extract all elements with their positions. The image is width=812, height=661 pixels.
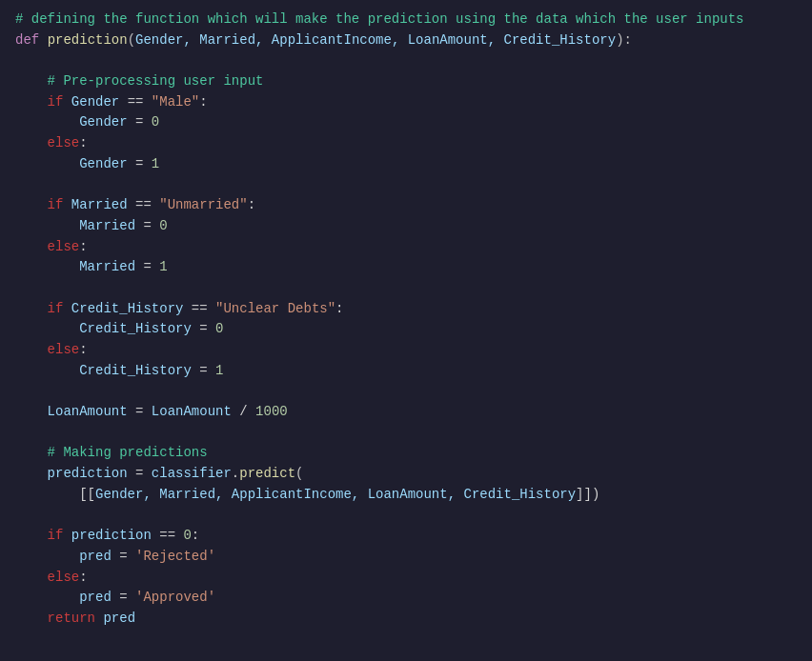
- code-token: else: [48, 340, 80, 361]
- code-token: =: [135, 216, 159, 237]
- code-token: [15, 299, 48, 320]
- code-token: return: [48, 609, 95, 630]
- code-token: 1000: [255, 402, 288, 423]
- code-token: =: [128, 154, 152, 175]
- code-token: prediction: [48, 30, 128, 51]
- code-block: # defining the function which will make …: [15, 10, 797, 630]
- code-token: [95, 609, 103, 630]
- code-token: [15, 92, 48, 113]
- code-line: else:: [15, 568, 797, 589]
- code-line: Gender = 0: [15, 112, 797, 133]
- code-token: Gender, Married, ApplicantIncome, LoanAm…: [95, 485, 576, 506]
- code-token: [15, 402, 48, 423]
- code-line: LoanAmount = LoanAmount / 1000: [15, 402, 797, 423]
- code-line: Married = 0: [15, 216, 797, 237]
- code-token: "Unclear Debts": [215, 299, 335, 320]
- code-line: def prediction(Gender, Married, Applican…: [15, 30, 797, 51]
- code-token: [15, 568, 48, 589]
- code-token: Gender: [79, 154, 127, 175]
- code-token: pred: [79, 588, 112, 609]
- code-token: def: [15, 30, 39, 51]
- code-token: [15, 526, 48, 547]
- code-token: # defining the function which will make …: [15, 10, 744, 30]
- code-token: [15, 340, 48, 361]
- code-token: 0: [183, 526, 191, 547]
- code-token: [39, 30, 47, 51]
- code-line: Married = 1: [15, 257, 797, 278]
- code-token: else: [48, 237, 80, 258]
- code-token: ==: [152, 526, 184, 547]
- code-token: 'Rejected': [135, 547, 215, 568]
- code-token: 1: [215, 361, 223, 382]
- code-line: else:: [15, 133, 797, 154]
- code-token: [15, 361, 79, 382]
- code-line: [15, 506, 797, 527]
- code-token: =: [128, 464, 152, 485]
- code-token: 1: [152, 154, 159, 175]
- code-line: return pred: [15, 609, 797, 630]
- code-line: if Gender == "Male":: [15, 92, 797, 113]
- code-line: # defining the function which will make …: [15, 10, 797, 30]
- code-token: [15, 154, 79, 175]
- code-token: "Male": [152, 92, 199, 113]
- code-line: [15, 423, 797, 444]
- code-token: [15, 547, 79, 568]
- code-token: ==: [119, 92, 152, 113]
- code-token: ]]): [576, 485, 599, 506]
- code-line: if prediction == 0:: [15, 526, 797, 547]
- code-token: =: [192, 361, 215, 382]
- code-token: [15, 112, 79, 133]
- code-token: [15, 195, 48, 216]
- code-token: if: [48, 92, 64, 113]
- code-token: :: [79, 340, 87, 361]
- code-line: else:: [15, 237, 797, 258]
- code-token: # Pre-processing user: [15, 71, 223, 92]
- code-token: Credit_History: [71, 299, 184, 320]
- code-token: pred: [103, 609, 135, 630]
- code-token: else: [48, 568, 80, 589]
- code-token: .: [232, 464, 239, 485]
- code-token: Credit_History: [79, 361, 192, 382]
- code-line: [[Gender, Married, ApplicantIncome, Loan…: [15, 485, 797, 506]
- code-token: =: [135, 257, 159, 278]
- code-token: /: [232, 402, 255, 423]
- code-token: 0: [159, 216, 167, 237]
- code-token: Credit_History: [79, 319, 192, 340]
- code-line: if Credit_History == "Unclear Debts":: [15, 299, 797, 320]
- code-token: :: [248, 195, 255, 216]
- code-line: pred = 'Approved': [15, 588, 797, 609]
- code-container: # defining the function which will make …: [0, 0, 812, 661]
- code-token: :: [199, 92, 207, 113]
- code-token: predict: [239, 464, 295, 485]
- code-token: 1: [159, 257, 167, 278]
- code-token: [15, 237, 48, 258]
- code-token: Gender: [79, 112, 127, 133]
- code-token: =: [112, 588, 135, 609]
- code-token: prediction: [48, 464, 128, 485]
- code-token: LoanAmount: [152, 402, 232, 423]
- code-line: if Married == "Unmarried":: [15, 195, 797, 216]
- code-token: 'Approved': [135, 588, 215, 609]
- code-token: [15, 216, 79, 237]
- code-token: :: [335, 299, 343, 320]
- code-token: Married: [79, 257, 135, 278]
- code-line: Credit_History = 1: [15, 361, 797, 382]
- code-token: classifier: [152, 464, 232, 485]
- code-token: [63, 195, 71, 216]
- code-token: Married: [71, 195, 128, 216]
- code-token: [15, 133, 48, 154]
- code-token: [15, 588, 79, 609]
- code-line: Gender = 1: [15, 154, 797, 175]
- code-token: 0: [152, 112, 159, 133]
- code-token: if: [48, 195, 64, 216]
- code-line: [15, 50, 797, 71]
- code-token: 0: [215, 319, 223, 340]
- code-token: =: [128, 112, 152, 133]
- code-token: input: [223, 71, 263, 92]
- code-token: Gender, Married, ApplicantIncome, LoanAm…: [135, 30, 616, 51]
- code-line: # Making predictions: [15, 443, 797, 464]
- code-token: ==: [128, 195, 160, 216]
- code-token: =: [112, 547, 135, 568]
- code-token: :: [79, 237, 87, 258]
- code-token: :: [192, 526, 199, 547]
